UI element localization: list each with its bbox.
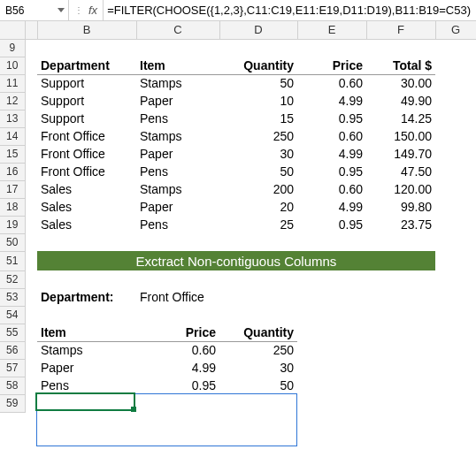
cell-item[interactable]: Stamps	[136, 180, 219, 198]
result-header-item[interactable]: Item	[37, 324, 136, 341]
cell-total[interactable]: 120.00	[366, 180, 435, 198]
cell-item[interactable]: Paper	[136, 198, 219, 216]
cell-item[interactable]: Paper	[136, 145, 219, 163]
cell-dept[interactable]: Support	[37, 110, 136, 127]
cell-qty[interactable]: 200	[219, 180, 297, 198]
cell-price[interactable]: 0.95	[297, 110, 366, 127]
fx-icon[interactable]: fx	[88, 4, 97, 17]
row-header[interactable]: 14	[0, 127, 25, 145]
cell-dept[interactable]: Front Office	[37, 163, 136, 180]
cell-price[interactable]: 0.60	[297, 74, 366, 92]
result-header-quantity[interactable]: Quantity	[219, 324, 297, 341]
result-price[interactable]: 0.60	[136, 341, 219, 359]
row-header[interactable]: 52	[0, 270, 25, 288]
cell-item[interactable]: Stamps	[136, 74, 219, 92]
cell-total[interactable]: 14.25	[366, 110, 435, 127]
cell-qty[interactable]: 50	[219, 74, 297, 92]
header-price[interactable]: Price	[297, 57, 366, 74]
cell-item[interactable]: Paper	[136, 92, 219, 110]
result-price[interactable]: 4.99	[136, 359, 219, 377]
cell-qty[interactable]: 250	[219, 127, 297, 145]
cell-dept[interactable]: Sales	[37, 216, 136, 233]
cell-price[interactable]: 4.99	[297, 198, 366, 216]
cell-price[interactable]: 0.60	[297, 127, 366, 145]
row-header[interactable]: 54	[0, 306, 25, 324]
result-price[interactable]: 0.95	[136, 377, 219, 394]
cell-price[interactable]: 0.60	[297, 180, 366, 198]
row-header[interactable]: 17	[0, 180, 25, 198]
cell-price[interactable]: 0.95	[297, 216, 366, 233]
more-icon[interactable]: ⋮	[74, 6, 83, 15]
cell-dept[interactable]: Front Office	[37, 127, 136, 145]
row-header[interactable]: 56	[0, 341, 25, 359]
cell-total[interactable]: 99.80	[366, 198, 435, 216]
result-header-price[interactable]: Price	[136, 324, 219, 341]
row-header[interactable]: 58	[0, 377, 25, 394]
banner-title[interactable]: Exctract Non-contiguous Columns	[37, 251, 435, 270]
row-header[interactable]: 15	[0, 145, 25, 163]
row-header[interactable]: 57	[0, 359, 25, 377]
col-header[interactable]: D	[219, 21, 297, 39]
cell-dept[interactable]: Sales	[37, 198, 136, 216]
row-header[interactable]: 13	[0, 110, 25, 127]
cell-item[interactable]: Pens	[136, 216, 219, 233]
cell-qty[interactable]: 10	[219, 92, 297, 110]
row-header[interactable]: 50	[0, 233, 25, 251]
cell-qty[interactable]: 50	[219, 163, 297, 180]
header-total[interactable]: Total $	[366, 57, 435, 74]
row-header[interactable]: 53	[0, 288, 25, 306]
cell-item[interactable]: Stamps	[136, 127, 219, 145]
col-header[interactable]: E	[297, 21, 366, 39]
result-item[interactable]: Pens	[37, 377, 136, 394]
row-header[interactable]: 10	[0, 57, 25, 74]
row-header[interactable]: 51	[0, 251, 25, 270]
cell-qty[interactable]: 30	[219, 145, 297, 163]
col-header[interactable]: G	[435, 21, 476, 39]
cell-dept[interactable]: Support	[37, 92, 136, 110]
header-department[interactable]: Department	[37, 57, 136, 74]
cell-total[interactable]: 47.50	[366, 163, 435, 180]
worksheet[interactable]: B C D E F G 9 10 Department Item Quantit…	[0, 21, 476, 413]
cell-total[interactable]: 49.90	[366, 92, 435, 110]
result-qty[interactable]: 250	[219, 341, 297, 359]
formula-bar-buttons: ⋮ fx	[69, 0, 104, 20]
result-item[interactable]: Paper	[37, 359, 136, 377]
filter-label[interactable]: Department:	[37, 288, 136, 306]
cell-qty[interactable]: 25	[219, 216, 297, 233]
cell-total[interactable]: 150.00	[366, 127, 435, 145]
row-header[interactable]: 11	[0, 74, 25, 92]
row-header[interactable]: 55	[0, 324, 25, 341]
result-qty[interactable]: 50	[219, 377, 297, 394]
filter-value[interactable]: Front Office	[136, 288, 297, 306]
col-header[interactable]: C	[136, 21, 219, 39]
col-header[interactable]: B	[37, 21, 136, 39]
cell-qty[interactable]: 20	[219, 198, 297, 216]
cell-dept[interactable]: Support	[37, 74, 136, 92]
cell-price[interactable]: 4.99	[297, 145, 366, 163]
row-header[interactable]: 59	[0, 394, 25, 412]
cell-item[interactable]: Pens	[136, 163, 219, 180]
cell-price[interactable]: 0.95	[297, 163, 366, 180]
cell-total[interactable]: 23.75	[366, 216, 435, 233]
cell-total[interactable]: 30.00	[366, 74, 435, 92]
col-header[interactable]: F	[366, 21, 435, 39]
cell-qty[interactable]: 15	[219, 110, 297, 127]
cell-total[interactable]: 149.70	[366, 145, 435, 163]
result-item[interactable]: Stamps	[37, 341, 136, 359]
result-qty[interactable]: 30	[219, 359, 297, 377]
column-headers[interactable]: B C D E F G	[0, 21, 476, 39]
header-item[interactable]: Item	[136, 57, 219, 74]
row-header[interactable]: 12	[0, 92, 25, 110]
chevron-down-icon[interactable]	[58, 8, 65, 12]
cell-dept[interactable]: Front Office	[37, 145, 136, 163]
formula-input[interactable]	[104, 0, 476, 20]
header-quantity[interactable]: Quantity	[219, 57, 297, 74]
row-header[interactable]: 9	[0, 39, 25, 57]
cell-price[interactable]: 4.99	[297, 92, 366, 110]
name-box[interactable]: B56	[0, 0, 69, 20]
row-header[interactable]: 19	[0, 216, 25, 233]
cell-dept[interactable]: Sales	[37, 180, 136, 198]
cell-item[interactable]: Pens	[136, 110, 219, 127]
row-header[interactable]: 16	[0, 163, 25, 180]
row-header[interactable]: 18	[0, 198, 25, 216]
